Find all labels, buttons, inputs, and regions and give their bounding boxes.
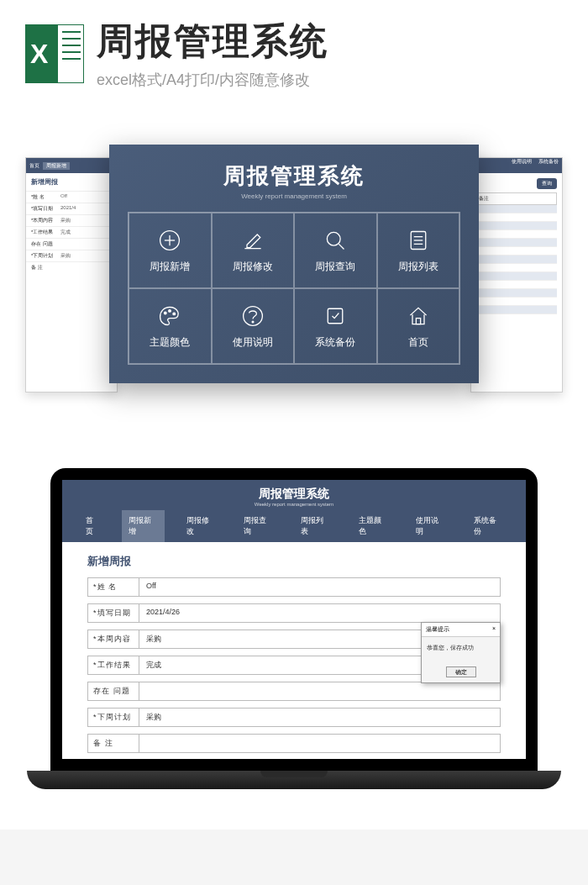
tile-search-report[interactable]: 周报查询 [294,213,377,288]
backup-icon [323,303,348,329]
nav-edit[interactable]: 周报修改 [180,510,222,542]
header-subtitle: excel格式/A4打印/内容随意修改 [97,70,563,90]
app-header: 周报管理系统 Weekly report management system [62,480,526,510]
search-icon [323,228,348,253]
svg-rect-14 [328,308,344,324]
label-issue: 存在 问题 [87,682,139,701]
svg-point-9 [165,312,167,314]
nav-backup[interactable]: 系统备份 [467,510,509,542]
nav-list[interactable]: 周报列表 [294,510,336,542]
tile-add-report[interactable]: 周报新增 [129,213,212,288]
svg-line-4 [339,244,344,249]
dialog-title: 温馨提示 [426,625,449,634]
label-date: *填写日期 [87,603,139,623]
svg-rect-15 [416,318,420,324]
input-remark[interactable] [139,734,501,753]
label-nextplan: *下周计划 [87,708,139,727]
input-name[interactable]: Off [139,577,501,597]
svg-point-13 [252,321,254,323]
dialog-close-button[interactable]: × [492,625,496,634]
tile-home[interactable]: 首页 [377,288,460,364]
tile-list-report[interactable]: 周报列表 [377,213,460,288]
preview-card-list: 使用说明 系统备份 查询 备注 [470,157,563,392]
header-title: 周报管理系统 [97,17,563,66]
input-date[interactable]: 2021/4/26 [139,603,501,623]
label-name: *姓 名 [87,577,139,597]
laptop-mockup: 周报管理系统 Weekly report management system 首… [50,468,538,830]
svg-point-3 [328,232,341,245]
palette-icon [157,303,182,329]
dialog-body: 恭喜您，保存成功 [422,637,500,659]
label-result: *工作结果 [87,656,139,675]
dashboard-subtitle: Weekly report management system [128,192,460,200]
nav-theme[interactable]: 主题颜色 [352,510,394,542]
tile-edit-report[interactable]: 周报修改 [212,213,295,288]
dashboard-title: 周报管理系统 [128,161,460,191]
success-dialog: 温馨提示 × 恭喜您，保存成功 确定 [421,622,501,683]
label-content: *本周内容 [87,630,139,649]
svg-point-10 [169,309,171,312]
edit-icon [240,228,265,253]
nav-home[interactable]: 首页 [79,510,107,542]
tile-help[interactable]: 使用说明 [212,288,295,364]
nav-search[interactable]: 周报查询 [237,510,279,542]
home-icon [406,303,431,329]
nav-add[interactable]: 周报新增 [122,510,164,542]
excel-icon: X [25,24,84,83]
tile-theme-color[interactable]: 主题颜色 [129,288,212,364]
plus-circle-icon [157,228,182,253]
form-heading: 新增周报 [87,554,501,569]
preview-card-form: 首页 周报新增 新增周报 *姓 名Off *填写日期2021/4 *本周内容采购… [25,157,118,392]
page-header: X 周报管理系统 excel格式/A4打印/内容随意修改 [0,0,588,98]
help-icon [240,303,265,329]
list-icon [406,228,431,253]
dialog-ok-button[interactable]: 确定 [446,666,476,677]
tile-backup[interactable]: 系统备份 [294,288,377,364]
dashboard-card: 周报管理系统 Weekly report management system 周… [109,145,479,383]
svg-point-11 [173,313,176,315]
nav-help[interactable]: 使用说明 [409,510,451,542]
input-nextplan[interactable]: 采购 [139,708,501,727]
nav-bar: 首页 周报新增 周报修改 周报查询 周报列表 主题颜色 使用说明 系统备份 [62,510,526,542]
label-remark: 备 注 [87,734,139,753]
input-issue[interactable] [139,682,501,701]
